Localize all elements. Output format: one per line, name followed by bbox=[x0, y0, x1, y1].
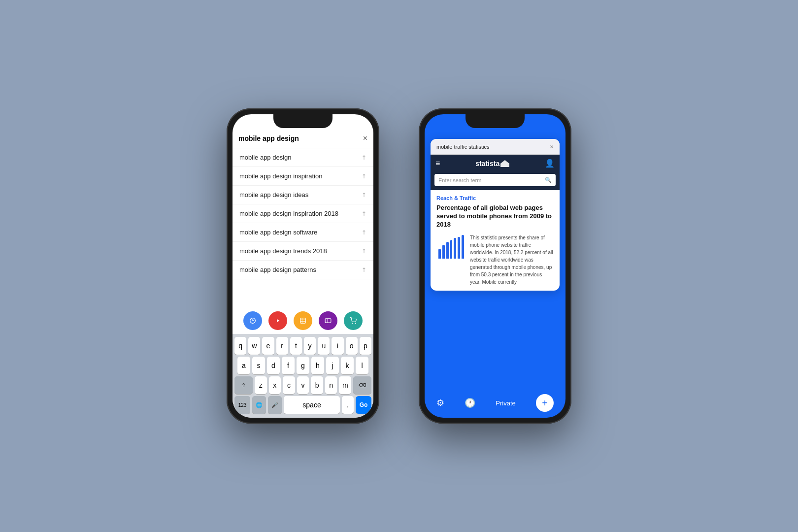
keyboard-row-3: ⇧ z x c v b n m ⌫ bbox=[234, 376, 371, 394]
keyboard-row-2: a s d f g h j k l bbox=[234, 357, 371, 374]
statista-text: statista bbox=[475, 160, 499, 167]
notch-1 bbox=[273, 114, 332, 128]
key-p[interactable]: p bbox=[360, 337, 371, 355]
search-bar[interactable]: × bbox=[233, 129, 373, 148]
article-body: This statistic presents the share of mob… bbox=[436, 234, 554, 286]
list-item[interactable]: mobile app design ideas ↗ bbox=[233, 186, 373, 204]
search-placeholder: Enter search term bbox=[438, 177, 481, 183]
phone-2-screen: mobile traffic statistics × ≡ statista 👤… bbox=[425, 114, 565, 418]
settings-icon[interactable]: ⚙ bbox=[436, 398, 444, 408]
close-icon[interactable]: × bbox=[363, 134, 367, 143]
list-item[interactable]: mobile app design trends 2018 ↗ bbox=[233, 242, 373, 261]
key-j[interactable]: j bbox=[326, 357, 339, 374]
list-item[interactable]: mobile app design patterns ↗ bbox=[233, 261, 373, 279]
history-icon[interactable]: 🕐 bbox=[465, 398, 475, 408]
key-period[interactable]: . bbox=[342, 396, 354, 414]
search-input[interactable] bbox=[238, 134, 359, 142]
suggestion-text: mobile app design trends 2018 bbox=[239, 247, 327, 255]
suggestion-text: mobile app design software bbox=[239, 229, 317, 236]
browser-search-bar[interactable]: Enter search term 🔍 bbox=[431, 172, 560, 190]
new-tab-button[interactable]: + bbox=[536, 394, 554, 412]
reach-traffic-label[interactable]: Reach & Traffic bbox=[436, 195, 554, 201]
list-item[interactable]: mobile app design inspiration 2018 ↗ bbox=[233, 204, 373, 223]
chart-bar bbox=[450, 240, 453, 259]
sheets-icon[interactable] bbox=[294, 311, 312, 330]
key-v[interactable]: v bbox=[297, 376, 309, 394]
key-w[interactable]: w bbox=[248, 337, 260, 355]
suggestion-text: mobile app design inspiration 2018 bbox=[239, 210, 338, 217]
key-s[interactable]: s bbox=[252, 357, 265, 374]
key-mic[interactable]: 🎤 bbox=[268, 396, 282, 414]
arrow-icon: ↗ bbox=[360, 247, 368, 255]
key-e[interactable]: e bbox=[262, 337, 274, 355]
chart-bar bbox=[442, 245, 445, 259]
key-i[interactable]: i bbox=[332, 337, 343, 355]
key-c[interactable]: c bbox=[283, 376, 295, 394]
key-g[interactable]: g bbox=[297, 357, 309, 374]
hamburger-icon[interactable]: ≡ bbox=[435, 159, 440, 168]
browser-header: ≡ statista 👤 bbox=[431, 155, 560, 172]
arrow-icon: ↗ bbox=[360, 172, 368, 180]
key-f[interactable]: f bbox=[282, 357, 295, 374]
chart-bar bbox=[458, 237, 460, 259]
key-q[interactable]: q bbox=[234, 337, 246, 355]
suggestion-text: mobile app design inspiration bbox=[239, 172, 322, 180]
key-globe[interactable]: 🌐 bbox=[252, 396, 266, 414]
key-d[interactable]: d bbox=[267, 357, 280, 374]
key-o[interactable]: o bbox=[346, 337, 358, 355]
keyboard[interactable]: q w e r t y u i o p a s d f g h j k l bbox=[233, 334, 373, 418]
shopping-icon[interactable] bbox=[344, 311, 363, 330]
key-u[interactable]: u bbox=[318, 337, 330, 355]
arrow-icon: ↗ bbox=[360, 266, 368, 274]
key-123[interactable]: 123 bbox=[234, 396, 250, 414]
key-x[interactable]: x bbox=[269, 376, 281, 394]
article-title: Percentage of all global web pages serve… bbox=[436, 204, 554, 229]
arrow-icon: ↗ bbox=[360, 209, 368, 218]
browser-close-icon[interactable]: × bbox=[550, 143, 554, 150]
key-n[interactable]: n bbox=[325, 376, 337, 394]
suggestion-text: mobile app design ideas bbox=[239, 191, 308, 199]
suggestion-text: mobile app design bbox=[239, 154, 292, 161]
browser-url-bar[interactable]: mobile traffic statistics × bbox=[431, 139, 560, 155]
key-r[interactable]: r bbox=[276, 337, 288, 355]
svg-marker-1 bbox=[277, 319, 279, 323]
key-space[interactable]: space bbox=[284, 396, 340, 414]
key-t[interactable]: t bbox=[290, 337, 302, 355]
browser-bottom-bar: ⚙ 🕐 Private + bbox=[425, 388, 565, 418]
list-item[interactable]: mobile app design software ↗ bbox=[233, 223, 373, 242]
phone-2: mobile traffic statistics × ≡ statista 👤… bbox=[419, 108, 571, 424]
arrow-icon: ↗ bbox=[360, 228, 368, 236]
user-icon[interactable]: 👤 bbox=[545, 159, 555, 168]
browser-article: Reach & Traffic Percentage of all global… bbox=[431, 190, 560, 291]
list-item[interactable]: mobile app design inspiration ↗ bbox=[233, 167, 373, 186]
youtube-icon[interactable] bbox=[268, 311, 287, 330]
key-z[interactable]: z bbox=[255, 376, 267, 394]
app-icons-row bbox=[233, 306, 373, 334]
phone-1: × mobile app design ↗ mobile app design … bbox=[227, 108, 379, 424]
key-delete[interactable]: ⌫ bbox=[353, 376, 371, 394]
key-y[interactable]: y bbox=[304, 337, 316, 355]
key-m[interactable]: m bbox=[339, 376, 351, 394]
key-a[interactable]: a bbox=[237, 357, 250, 374]
bar-chart bbox=[436, 234, 466, 264]
statista-logo: statista bbox=[475, 160, 509, 167]
slides-icon[interactable] bbox=[319, 311, 337, 330]
keyboard-row-bottom: 123 🌐 🎤 space . Go bbox=[234, 396, 371, 414]
arrow-icon: ↗ bbox=[360, 191, 368, 199]
browser-search-input[interactable]: Enter search term 🔍 bbox=[434, 174, 556, 186]
key-shift[interactable]: ⇧ bbox=[234, 376, 253, 394]
svg-point-8 bbox=[352, 323, 352, 324]
list-item[interactable]: mobile app design ↗ bbox=[233, 148, 373, 167]
svg-rect-2 bbox=[300, 318, 306, 324]
google-icon[interactable] bbox=[243, 311, 262, 330]
article-description: This statistic presents the share of mob… bbox=[470, 234, 554, 286]
browser-card: mobile traffic statistics × ≡ statista 👤… bbox=[431, 139, 560, 291]
key-k[interactable]: k bbox=[341, 357, 354, 374]
suggestion-text: mobile app design patterns bbox=[239, 266, 316, 273]
key-go[interactable]: Go bbox=[356, 396, 371, 414]
phone-1-screen: × mobile app design ↗ mobile app design … bbox=[233, 114, 373, 418]
key-h[interactable]: h bbox=[311, 357, 324, 374]
key-l[interactable]: l bbox=[356, 357, 368, 374]
key-b[interactable]: b bbox=[311, 376, 323, 394]
chart-bar bbox=[462, 235, 464, 259]
